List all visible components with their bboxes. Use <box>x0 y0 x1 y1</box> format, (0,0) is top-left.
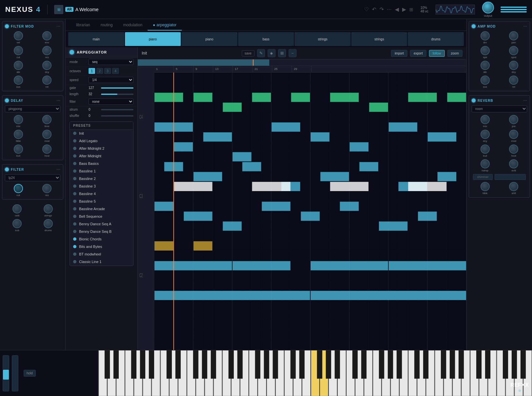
reverb-mix-knob[interactable] <box>481 115 490 124</box>
delay-time-knob[interactable] <box>42 115 51 124</box>
preset-bassline-1[interactable]: Bassline 1 <box>70 167 133 175</box>
preset-add-legato[interactable]: Add Legato <box>70 137 133 145</box>
pr-zoom-btn[interactable]: zoom <box>447 50 462 57</box>
reverb-hcut-knob[interactable] <box>509 144 518 154</box>
arp-speed-select[interactable]: 1/4 1/8 1/16 <box>89 77 133 83</box>
preset-classic-line[interactable]: Classic Line 1 <box>70 258 133 266</box>
shimmer-btn[interactable]: shimmer <box>473 174 493 180</box>
preset-bass-basics[interactable]: Bass Basics <box>70 160 133 167</box>
preset-benny-b[interactable]: Benny Dance Seq B <box>70 228 133 235</box>
arp-gate-slider[interactable] <box>101 87 133 89</box>
tab-modulation[interactable]: modulation <box>118 20 148 31</box>
amp-dcy-knob[interactable] <box>509 61 518 70</box>
preset-bassline-3[interactable]: Bassline 3 <box>70 183 133 190</box>
reverb-fdbk-knob[interactable] <box>481 182 490 191</box>
next-icon[interactable]: ▶ <box>402 6 406 12</box>
delay-mod-knob[interactable] <box>42 130 51 139</box>
track-drums[interactable]: drums <box>408 32 464 46</box>
reverb-menu[interactable]: ⋯ <box>523 98 527 103</box>
filter-res-knob[interactable] <box>42 184 51 193</box>
arp-power-btn[interactable] <box>70 50 74 55</box>
res-knob[interactable] <box>42 46 51 55</box>
delay-fdbk-knob[interactable] <box>14 130 23 139</box>
output-faders[interactable] <box>501 7 527 12</box>
reverb-dcy-knob[interactable] <box>481 130 490 139</box>
preset-bassline-2[interactable]: Bassline 2 <box>70 175 133 183</box>
rel-knob[interactable] <box>42 76 51 85</box>
keyboard-right[interactable] <box>98 350 532 396</box>
track-strings1[interactable]: strings <box>295 32 351 46</box>
arp-length-slider[interactable] <box>101 94 133 95</box>
filter-cut-knob[interactable] <box>14 184 23 193</box>
preset-after-midnight-2[interactable]: After Midnight 2 <box>70 145 133 152</box>
redo-icon[interactable]: ↷ <box>379 6 384 12</box>
track-bass[interactable]: bass <box>238 32 294 46</box>
arp-mode-select[interactable]: seq up down random <box>89 59 133 65</box>
reverb-fader[interactable] <box>495 174 526 180</box>
reverb-erit-knob[interactable] <box>509 159 518 168</box>
undo-icon[interactable]: ↶ <box>372 6 376 12</box>
pr-export-btn[interactable]: export <box>410 50 426 57</box>
filter-menu[interactable]: ⋯ <box>56 167 60 172</box>
amp-spk-knob[interactable] <box>481 46 490 55</box>
preset-bt-modwheel[interactable]: BT modwheel <box>70 251 133 258</box>
amp-pan-knob[interactable] <box>509 31 518 40</box>
track-piano1[interactable]: piano <box>125 32 181 46</box>
tab-routing[interactable]: routing <box>95 20 118 31</box>
preset-after-midnight[interactable]: After Midnight <box>70 152 133 160</box>
preset-icon[interactable]: ▤ <box>54 5 63 14</box>
reverb-mod-knob[interactable] <box>509 130 518 139</box>
filter-mod-menu[interactable]: ⋯ <box>56 24 60 29</box>
sus-knob[interactable] <box>14 76 23 85</box>
delay-menu[interactable]: ⋯ <box>56 98 60 103</box>
prev-icon[interactable]: ◀ <box>395 6 399 12</box>
preset-bassline-arcade[interactable]: Bassline Arcade <box>70 205 133 213</box>
preset-bassline-4[interactable]: Bassline 4 <box>70 190 133 198</box>
reverb-power[interactable] <box>472 99 476 102</box>
amp-sprd-knob[interactable] <box>509 46 518 55</box>
output-knob[interactable]: output <box>482 2 494 17</box>
arp-strum-slider[interactable] <box>101 109 133 110</box>
dcy-knob[interactable] <box>42 61 51 70</box>
amp-sus-knob[interactable] <box>481 76 490 85</box>
more-icon[interactable]: ⋯ <box>387 7 392 12</box>
pitch-slider[interactable] <box>3 355 9 391</box>
amp-mod-menu[interactable]: ⋯ <box>523 24 527 29</box>
octave-2-btn[interactable]: 2 <box>96 68 103 74</box>
celli-knob[interactable] <box>12 204 22 213</box>
octave-1-btn[interactable]: 1 <box>89 68 95 74</box>
preset-bassline-5[interactable]: Bassline 5 <box>70 198 133 205</box>
filter-power[interactable] <box>5 167 9 171</box>
tab-librarian[interactable]: librarian <box>71 20 95 31</box>
reverb-hdmp-knob[interactable] <box>481 159 490 168</box>
delay-mix-knob[interactable] <box>14 115 23 124</box>
arp-filter-select[interactable]: none low high <box>89 99 133 105</box>
amp-rel-knob[interactable] <box>509 76 518 85</box>
strings-knob[interactable] <box>44 204 53 213</box>
heart-icon[interactable]: ♡ <box>364 6 369 12</box>
arp-shuffle-slider[interactable] <box>101 115 133 117</box>
pr-follow-btn[interactable]: follow <box>429 50 445 57</box>
reverb-pre-knob[interactable] <box>509 115 518 124</box>
vel-knob[interactable] <box>14 31 23 40</box>
env-knob[interactable] <box>42 31 51 40</box>
mod-slider[interactable] <box>12 355 18 391</box>
track-main[interactable]: main <box>68 32 124 46</box>
octave-3-btn[interactable]: 3 <box>104 68 111 74</box>
hold-btn[interactable]: hold <box>24 370 36 377</box>
reverb-type-select[interactable]: room hall plate <box>472 105 527 112</box>
sub-knob[interactable] <box>12 219 22 228</box>
preset-bell-sequence[interactable]: Bell Sequence <box>70 213 133 220</box>
amp-mod-power[interactable] <box>472 24 476 28</box>
preset-bionic-chords[interactable]: Bionic Chords <box>70 235 133 243</box>
delay-lcut-knob[interactable] <box>14 144 23 154</box>
pr-note-grid[interactable] <box>154 73 466 370</box>
amp-drv-knob[interactable] <box>481 31 490 40</box>
pr-minus-tool[interactable]: − <box>289 49 297 57</box>
pr-select-tool[interactable]: ⊞ <box>278 49 286 57</box>
filter-mod-power[interactable] <box>5 24 9 28</box>
filter-type-select[interactable]: lp24 lp12 hp24 <box>5 174 60 181</box>
save-icon[interactable]: ⊞ <box>409 7 413 12</box>
atk-knob[interactable] <box>14 61 23 70</box>
preset-bits-bytes[interactable]: Bits and Bytes <box>70 243 133 251</box>
